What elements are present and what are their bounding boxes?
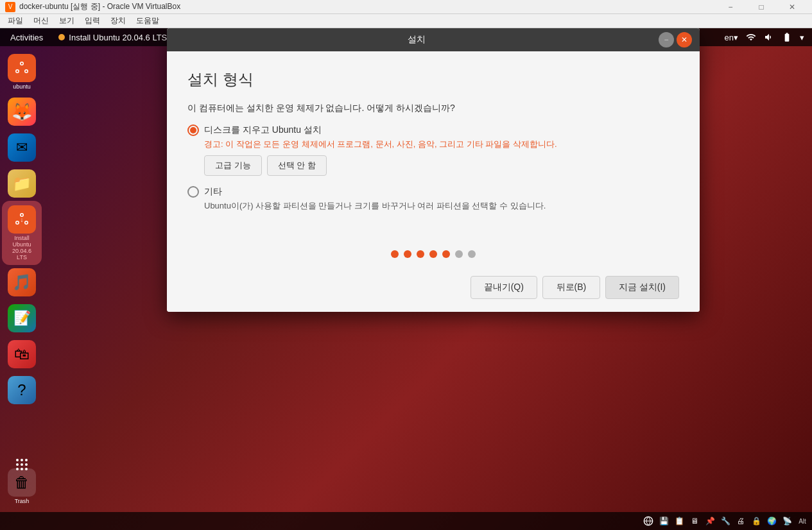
warning-body: 이 작업은 모든 운영 체제에서 프로그램, 문서, 사진, 음악, 그리고 기… [225,139,557,149]
minimize-button[interactable]: − [716,0,745,14]
dock-item-firefox[interactable]: 🦊 [6,95,37,128]
battery-icon[interactable] [779,32,795,42]
vbox-title: docker-ubuntu [실행 중] - Oracle VM Virtual… [19,1,716,12]
no-selection-button[interactable]: 선택 안 함 [267,155,327,176]
menu-file[interactable]: 파일 [3,14,28,28]
dialog-heading: 설치 형식 [187,69,679,90]
dock-item-appstore[interactable]: 🛍 [6,338,37,371]
svg-text:↓: ↓ [21,216,24,223]
svg-point-16 [21,459,23,461]
taskbar-icon-2[interactable]: 💾 [657,514,671,528]
close-button[interactable]: ✕ [777,0,807,14]
page-dot-4 [429,250,437,258]
system-tray: en▾ ▾ [717,32,812,42]
install-dialog: 설치 − ✕ 설치 형식 이 컴퓨터에는 설치한 운영 체제가 없습니다. 어떻… [167,28,700,312]
page-dot-5 [442,250,450,258]
option-buttons: 고급 기능 선택 안 함 [204,155,679,176]
volume-icon[interactable] [761,32,777,42]
dock-item-files[interactable]: 📁 [6,167,37,200]
settings-icon[interactable]: ▾ [797,33,807,42]
dock-item-libreoffice[interactable]: 📝 [6,302,37,335]
svg-point-13 [17,222,19,224]
taskbar-icon-6[interactable]: 🔧 [718,514,732,528]
dock-item-install-ubuntu[interactable]: ↓ Install Ubuntu20.04.6 LTS [4,203,40,263]
menu-help[interactable]: 도움말 [131,14,164,28]
rhythmbox-icon: 🎵 [8,268,36,296]
radio-erase-label: 디스크를 지우고 Ubuntu 설치 [204,124,322,136]
dialog-title: 설치 [175,34,659,46]
radio-option-other: 기타 Ubuntu이(가) 사용할 파티션을 만들거나 크기를 바꾸거나 여러 … [187,186,679,212]
warning-prefix: 경고: [204,139,225,149]
dialog-question: 이 컴퓨터에는 설치한 운영 체제가 없습니다. 어떻게 하시겠습니까? [187,103,679,114]
back-button[interactable]: 뒤로(B) [542,276,600,299]
show-apps-button[interactable] [8,450,36,479]
menu-machine[interactable]: 머신 [28,14,54,28]
svg-point-20 [25,463,28,466]
indicator-dot [58,34,65,40]
radio-other-circle[interactable] [187,186,199,198]
svg-point-21 [16,468,19,470]
radio-row-other[interactable]: 기타 [187,186,679,198]
dialog-close-button[interactable]: ✕ [677,32,692,47]
warning-text: 경고: 이 작업은 모든 운영 체제에서 프로그램, 문서, 사진, 음악, 그… [204,139,679,150]
svg-point-17 [25,459,28,461]
vbox-menubar: 파일 머신 보기 입력 장치 도움말 [0,14,812,28]
dock-item-rhythmbox[interactable]: 🎵 [6,266,37,299]
option-other-description: Ubuntu이(가) 사용할 파티션을 만들거나 크기를 바꾸거나 여러 파티션… [204,200,679,212]
dialog-footer: 끝내기(Q) 뒤로(B) 지금 설치(I) [167,268,700,312]
network-icon[interactable] [743,32,759,42]
taskbar-icon-4[interactable]: 🖥 [687,514,702,528]
menu-input[interactable]: 입력 [80,14,105,28]
radio-row-erase[interactable]: 디스크를 지우고 Ubuntu 설치 [187,124,679,136]
install-ubuntu-label: Install Ubuntu20.04.6 LTS [6,235,37,261]
pagination [167,240,700,268]
radio-erase-selected[interactable] [187,124,199,136]
app-indicator[interactable]: Install Ubuntu 20.04.6 LTS ▾ [53,33,180,42]
svg-point-18 [16,463,19,466]
radio-other-label: 기타 [204,186,222,198]
install-now-button[interactable]: 지금 설치(I) [605,276,679,299]
taskbar-alt-key: Alt [795,514,809,528]
appstore-icon: 🛍 [8,340,36,368]
dock-item-ubuntu[interactable]: ubuntu [6,51,37,92]
dialog-controls: − ✕ [659,32,692,47]
svg-point-4 [21,63,23,65]
taskbar-icon-7[interactable]: 🖨 [734,514,748,528]
svg-point-5 [26,71,28,73]
quit-button[interactable]: 끝내기(Q) [471,276,537,299]
activities-button[interactable]: Activities [0,28,53,46]
files-icon: 📁 [8,169,36,198]
page-dot-1 [391,250,399,258]
vbox-titlebar: V docker-ubuntu [실행 중] - Oracle VM Virtu… [0,0,812,14]
page-dot-6 [455,250,463,258]
advanced-features-button[interactable]: 고급 기능 [204,155,262,176]
taskbar-icon-3[interactable]: 📋 [672,514,686,528]
taskbar-icon-8[interactable]: 🔒 [749,514,763,528]
svg-point-6 [17,71,19,73]
vbox-icon: V [5,2,15,12]
menu-view[interactable]: 보기 [54,14,80,28]
taskbar-icon-5[interactable]: 📌 [703,514,717,528]
radio-option-erase: 디스크를 지우고 Ubuntu 설치 경고: 이 작업은 모든 운영 체제에서 … [187,124,679,176]
app-indicator-label: Install Ubuntu 20.04.6 LTS [69,33,167,42]
maximize-button[interactable]: □ [747,0,776,14]
taskbar-icon-10[interactable]: 📡 [780,514,794,528]
taskbar-bottom: 💾 📋 🖥 📌 🔧 🖨 🔒 🌍 📡 Alt [0,512,812,530]
language-indicator[interactable]: en▾ [722,33,741,42]
menu-devices[interactable]: 장치 [105,14,131,28]
ubuntu-label: ubuntu [13,83,31,90]
taskbar-icon-1[interactable] [641,514,655,528]
dialog-titlebar: 설치 − ✕ [167,28,700,51]
dialog-minimize-button[interactable]: − [659,32,674,47]
page-dot-3 [417,250,424,258]
dock-item-help[interactable]: ? [6,373,37,407]
install-ubuntu-icon: ↓ [8,205,36,234]
taskbar-icon-9[interactable]: 🌍 [764,514,779,528]
svg-point-19 [21,463,23,466]
help-icon: ? [8,376,36,404]
libreoffice-icon: 📝 [8,304,36,332]
ubuntu-icon [8,54,36,82]
dock-item-thunderbird[interactable]: ✉ [6,131,37,164]
thunderbird-icon: ✉ [8,133,36,162]
page-dot-7 [468,250,476,258]
